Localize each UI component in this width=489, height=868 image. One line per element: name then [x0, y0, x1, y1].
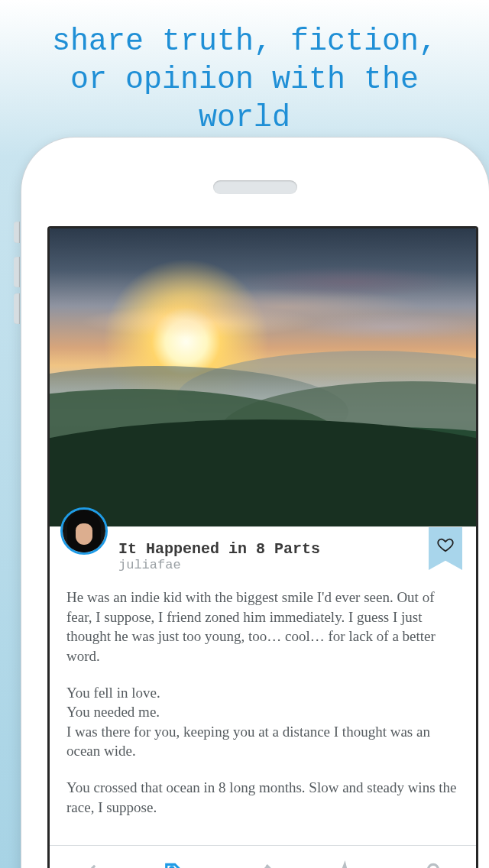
- tab-activity[interactable]: [325, 851, 371, 869]
- tag-icon: [163, 860, 192, 869]
- phone-side-buttons: [14, 222, 20, 330]
- post-title: It Happened in 8 Parts: [118, 540, 320, 558]
- phone-frame: It Happened in 8 Parts juliafae He was a…: [21, 138, 489, 868]
- profile-icon: [419, 860, 448, 869]
- app-screen: It Happened in 8 Parts juliafae He was a…: [47, 226, 478, 868]
- svg-point-1: [429, 864, 439, 868]
- tab-compose[interactable]: [240, 851, 286, 869]
- post-paragraph: You crossed that ocean in 8 long months.…: [66, 778, 459, 817]
- activity-icon: [334, 860, 363, 869]
- post-image[interactable]: [50, 228, 476, 526]
- phone-speaker: [213, 180, 297, 194]
- text-fade: [50, 824, 476, 845]
- tab-profile[interactable]: [410, 851, 456, 869]
- marketing-headline: share truth, fiction, or opinion with th…: [0, 0, 489, 153]
- post-body[interactable]: He was an indie kid with the biggest smi…: [50, 580, 476, 845]
- post-author[interactable]: juliafae: [118, 558, 320, 572]
- avatar[interactable]: [60, 507, 108, 555]
- favorite-button[interactable]: [429, 527, 462, 570]
- compose-icon: [248, 860, 277, 869]
- post-paragraph: You fell in love. You needed me. I was t…: [66, 683, 459, 762]
- back-icon: [78, 860, 107, 869]
- post-paragraph: He was an indie kid with the biggest smi…: [66, 588, 459, 666]
- post-header: It Happened in 8 Parts juliafae: [50, 526, 476, 580]
- tab-bar: [50, 845, 476, 868]
- tab-back[interactable]: [70, 851, 115, 869]
- heart-icon: [437, 536, 454, 553]
- tab-tags[interactable]: [154, 851, 200, 869]
